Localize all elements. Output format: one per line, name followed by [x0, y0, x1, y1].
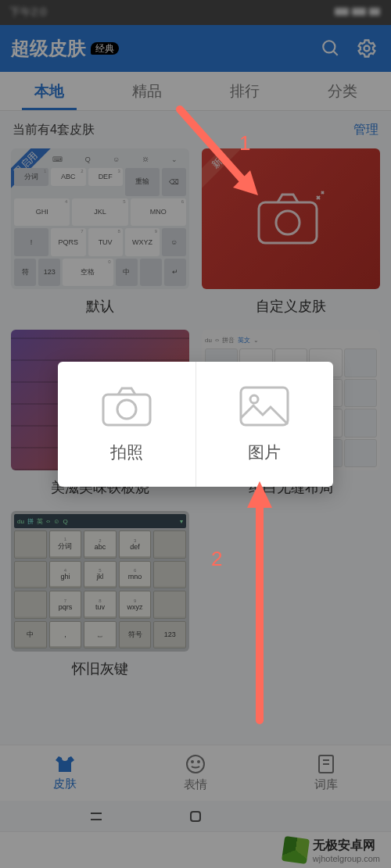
svg-point-22 [250, 395, 258, 403]
image-icon [239, 385, 290, 427]
svg-rect-21 [241, 388, 288, 425]
svg-point-20 [117, 400, 136, 419]
modal-image-label: 图片 [248, 441, 281, 463]
annotation-label-1: 1 [239, 131, 250, 155]
photo-source-modal: 拍照 图片 [58, 362, 333, 487]
modal-option-photo[interactable]: 拍照 [58, 362, 196, 487]
camera-icon [101, 385, 152, 427]
modal-option-image[interactable]: 图片 [196, 362, 334, 487]
annotation-label-2: 2 [211, 547, 222, 571]
modal-photo-label: 拍照 [110, 441, 143, 463]
